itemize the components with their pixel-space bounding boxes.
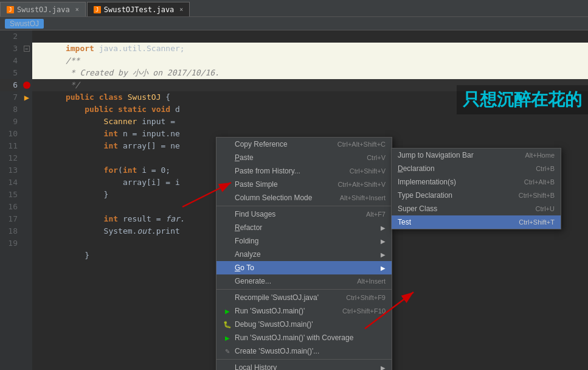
gutter-3[interactable]: − [21,43,32,55]
token: * Created by 小小 on 2017/10/16. [66,68,220,77]
gutter-8 [21,103,32,116]
token [66,117,104,126]
menu-label: Folding [235,237,258,245]
menu-find-usages[interactable]: Find Usages Alt+F7 [216,208,392,221]
menu-label: Analyze [235,250,261,259]
submenu-shortcut: Ctrl+Alt+B [524,178,555,186]
menu-paste-simple[interactable]: Paste Simple Ctrl+Alt+Shift+V [216,178,392,191]
menu-paste[interactable]: Paste Ctrl+V [216,151,392,164]
line-num-19: 19 [0,237,18,250]
menu-debug[interactable]: 🐛 Debug 'SwustOJ.main()' [216,318,392,331]
gutter: − ▶ [21,30,32,370]
editor-area: 2 3 4 5 6 7 8 9 10 11 12 13 14 15 16 17 … [0,30,588,370]
find-usages-icon [223,209,232,219]
token [66,105,85,114]
line-num-10: 10 [0,128,18,140]
submenu-super-class[interactable]: Super Class Ctrl+U [392,202,561,215]
menu-goto[interactable]: Go To ▶ [216,261,392,274]
tab-swustojtest[interactable]: J SwustOJTest.java × [87,2,190,16]
menu-label: Refactor [235,223,262,232]
folding-icon [223,236,232,246]
goto-icon [223,263,232,273]
menu-run-coverage[interactable]: ▶ Run 'SwustOJ.main()' with Coverage [216,331,392,344]
token: far. [165,214,184,223]
menu-label: Debug 'SwustOJ.main()' [235,320,313,329]
menu-shortcut: Ctrl+Shift+F10 [342,307,386,315]
menu-paste-history[interactable]: Paste from History... Ctrl+Shift+V [216,164,392,178]
token: import [66,44,99,53]
gutter-9 [21,116,32,128]
menu-label: Paste Simple [235,180,278,189]
menu-refactor[interactable]: Refactor ▶ [216,221,392,234]
menu-sep-2 [216,289,392,290]
fold-icon-3[interactable]: − [24,46,30,52]
menu-folding[interactable]: Folding ▶ [216,234,392,248]
tab-close-swustoj[interactable]: × [75,6,79,13]
token: array[i] = i [66,178,180,187]
gutter-16 [21,201,32,213]
menu-shortcut: Ctrl+Alt+Shift+C [337,141,386,148]
token: java.util.Scanner; [99,44,185,53]
tab-swustoj[interactable]: J SwustOJ.java × [0,2,86,16]
paste-icon [223,153,232,162]
token: public [66,92,99,102]
gutter-5 [21,67,32,79]
menu-shortcut: Alt+F7 [366,211,386,218]
menu-analyze[interactable]: Analyze ▶ [216,248,392,261]
submenu-test[interactable]: Test Ctrl+Shift+T [392,215,561,229]
column-selection-icon [223,193,232,203]
gutter-7: ▶ [21,91,32,103]
token: d [175,105,180,114]
token: result = [123,214,165,223]
submenu-label: Type Declaration [398,191,452,200]
token: void [151,105,175,114]
menu-generate[interactable]: Generate... Alt+Insert [216,274,392,288]
copy-reference-icon [223,139,232,149]
menu-shortcut: Alt+Shift+Insert [340,194,386,201]
menu-column-selection[interactable]: Column Selection Mode Alt+Shift+Insert [216,191,392,204]
menu-run[interactable]: ▶ Run 'SwustOJ.main()' Ctrl+Shift+F10 [216,304,392,318]
submenu-arrow: ▶ [381,265,386,271]
gutter-17 [21,213,32,225]
menu-label: Find Usages [235,210,275,218]
tab-bar: J SwustOJ.java × J SwustOJTest.java × [0,0,588,17]
token: */ [66,80,80,89]
menu-copy-reference[interactable]: Copy Reference Ctrl+Alt+Shift+C [216,138,392,151]
token: } [66,190,108,199]
menu-create[interactable]: ✎ Create 'SwustOJ.main()'... [216,344,392,358]
line-num-4: 4 [0,55,18,67]
token: for [104,166,118,175]
menu-sep-3 [216,359,392,360]
submenu-arrow: ▶ [381,225,386,231]
menu-label: Local History [235,363,277,370]
token [66,141,104,150]
submenu-jump-navbar[interactable]: Jump to Navigation Bar Alt+Home [392,148,561,162]
line-num-14: 14 [0,176,18,189]
menu-label: Go To [235,264,254,272]
menu-label: Copy Reference [235,140,288,148]
token: int [104,141,123,150]
token: i = 0; [142,166,175,175]
breakpoint-6[interactable] [23,82,30,89]
line-num-9: 9 [0,116,18,128]
tab-label-swustoj: SwustOJ.java [17,5,70,14]
tab-label-swustojtest: SwustOJTest.java [104,5,175,14]
gutter-15 [21,189,32,201]
menu-local-history[interactable]: Local History ▶ [216,361,392,370]
menu-recompile[interactable]: Recompile 'SwustOJ.java' Ctrl+Shift+F9 [216,291,392,304]
submenu-label: Declaration [398,164,435,173]
code-line-4: * Created by 小小 on 2017/10/16. [32,55,588,67]
line-num-18: 18 [0,225,18,237]
gutter-6 [21,79,32,91]
line-num-5: 5 [0,67,18,79]
gutter-13 [21,164,32,176]
line-num-12: 12 [0,152,18,164]
menu-label: Paste from History... [235,167,300,175]
submenu-type-decl[interactable]: Type Declaration Ctrl+Shift+B [392,189,561,202]
submenu-declaration[interactable]: Declaration Ctrl+B [392,162,561,175]
submenu-implementation[interactable]: Implementation(s) Ctrl+Alt+B [392,175,561,189]
token: .print [151,226,180,236]
menu-label: Run 'SwustOJ.main()' with Coverage [235,333,353,342]
tab-close-swustojtest[interactable]: × [179,6,183,13]
menu-label: Generate... [235,277,271,285]
